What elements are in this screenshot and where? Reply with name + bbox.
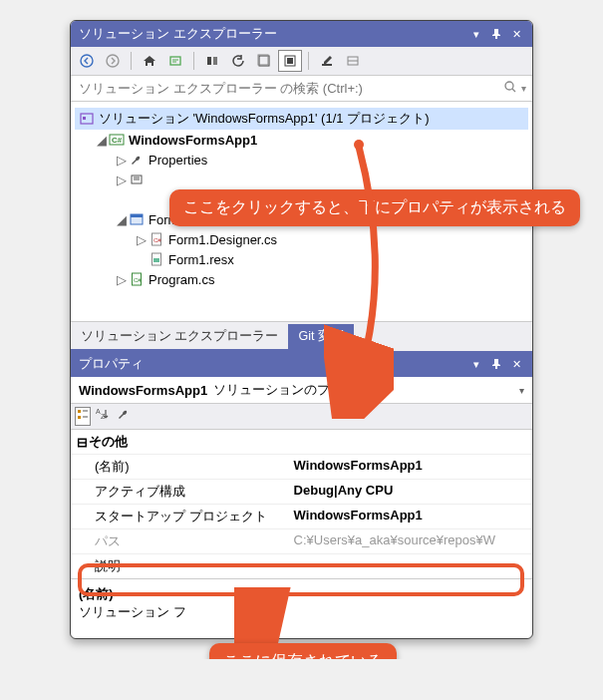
svg-rect-26 [153, 258, 159, 262]
svg-rect-2 [170, 57, 180, 65]
csfile-icon: C# [149, 231, 164, 247]
tree-label: Form1.resx [168, 252, 234, 267]
explorer-toolbar [71, 47, 532, 76]
search-dropdown-icon[interactable]: ▾ [521, 83, 526, 94]
prop-key: 説明 [71, 554, 288, 578]
preview-icon[interactable] [341, 50, 365, 72]
explorer-search-bar[interactable]: ▾ [71, 76, 532, 102]
svg-text:C#: C# [112, 136, 123, 145]
csproject-icon: C# [109, 132, 125, 148]
pin-icon[interactable] [488, 26, 504, 42]
prop-row-active-config[interactable]: アクティブ構成 Debug|Any CPU [71, 479, 532, 504]
properties-description-pane: (名前) ソリューション フ [71, 578, 532, 638]
svg-point-1 [107, 55, 119, 67]
solution-node[interactable]: ソリューション 'WindowsFormsApp1' (1/1 プロジェクト) [75, 108, 528, 130]
collapse-icon[interactable] [252, 50, 276, 72]
search-icon[interactable] [503, 80, 517, 97]
expand-icon[interactable]: ◢ [115, 212, 129, 227]
svg-text:C#: C# [153, 237, 161, 243]
tree-label: Program.cs [149, 272, 214, 287]
expand-icon[interactable]: ▷ [115, 153, 129, 168]
expand-icon[interactable]: ▷ [115, 272, 129, 287]
prop-category-label: その他 [89, 433, 128, 451]
callout-top: ここをクリックすると、下にプロパティが表示される [169, 189, 580, 226]
expand-icon[interactable]: ◢ [95, 133, 109, 148]
prop-desc-text: ソリューション フ [79, 604, 186, 619]
forward-icon[interactable] [101, 50, 125, 72]
prop-desc-title: (名前) [79, 586, 114, 601]
prop-row-description[interactable]: 説明 [71, 553, 532, 578]
prop-row-path[interactable]: パス C:¥Users¥a_aka¥source¥repos¥W [71, 528, 532, 553]
close-icon[interactable]: ✕ [508, 356, 524, 372]
properties-title: プロパティ [79, 355, 144, 373]
scope-icon[interactable] [163, 50, 187, 72]
solution-label: ソリューション 'WindowsFormsApp1' (1/1 プロジェクト) [99, 110, 429, 128]
collapse-icon[interactable]: ⊟ [75, 435, 89, 450]
prop-value[interactable]: Debug|Any CPU [288, 480, 532, 504]
solution-explorer-title: ソリューション エクスプローラー [79, 25, 277, 43]
show-all-icon[interactable] [278, 50, 302, 72]
prop-category[interactable]: ⊟ その他 [71, 430, 532, 454]
home-icon[interactable] [138, 50, 161, 72]
svg-line-13 [512, 89, 515, 92]
properties-icon[interactable] [315, 50, 339, 72]
wrench-icon[interactable] [117, 407, 131, 426]
chevron-down-icon[interactable]: ▾ [519, 385, 524, 396]
panel-menu-icon[interactable]: ▾ [468, 356, 484, 372]
svg-rect-3 [207, 57, 211, 65]
search-input[interactable] [77, 80, 503, 97]
tree-label: Properties [149, 153, 207, 168]
refresh-icon[interactable] [226, 50, 250, 72]
prop-value[interactable]: C:¥Users¥a_aka¥source¥repos¥W [288, 529, 532, 553]
back-icon[interactable] [75, 50, 99, 72]
svg-rect-4 [213, 57, 217, 65]
tree-form1-resx[interactable]: Form1.resx [75, 249, 528, 269]
solution-explorer-title-bar: ソリューション エクスプローラー ▾ ✕ [71, 21, 532, 47]
properties-title-bar: プロパティ ▾ ✕ [71, 351, 532, 377]
prop-key: スタートアップ プロジェクト [71, 505, 288, 528]
prop-value[interactable]: WindowsFormsApp1 [288, 505, 532, 528]
properties-toolbar: AZ [71, 404, 532, 430]
svg-rect-8 [287, 58, 293, 64]
prop-value[interactable]: WindowsFormsApp1 [288, 455, 532, 479]
properties-grid: ⊟ その他 (名前) WindowsFormsApp1 アクティブ構成 Debu… [71, 430, 532, 578]
prop-row-startup[interactable]: スタートアップ プロジェクト WindowsFormsApp1 [71, 504, 532, 528]
tab-git-changes[interactable]: Git 変更 [288, 324, 353, 351]
tree-program[interactable]: ▷ C# Program.cs [75, 269, 528, 289]
pin-icon[interactable] [488, 356, 504, 372]
references-icon [129, 172, 145, 187]
alphabetical-icon[interactable]: AZ [95, 407, 109, 426]
properties-target[interactable]: WindowsFormsApp1 ソリューションのプロパティ ▾ [71, 377, 532, 404]
svg-text:C#: C# [134, 277, 142, 283]
tree-project[interactable]: ◢ C# WindowsFormsApp1 [75, 130, 528, 150]
expand-icon[interactable]: ▷ [115, 173, 129, 187]
tree-form1-designer[interactable]: ▷ C# Form1.Designer.cs [75, 229, 528, 249]
svg-rect-30 [78, 416, 81, 419]
callout-bottom: ここに保存されている [209, 643, 397, 659]
wrench-icon [129, 152, 145, 168]
tab-solution-explorer[interactable]: ソリューション エクスプローラー [71, 324, 288, 351]
svg-point-0 [81, 55, 93, 67]
svg-rect-29 [78, 410, 81, 413]
prop-value[interactable] [288, 554, 532, 578]
properties-target-name: WindowsFormsApp1 [79, 383, 207, 398]
svg-rect-22 [131, 214, 143, 217]
prop-row-name[interactable]: (名前) WindowsFormsApp1 [71, 454, 532, 479]
panel-menu-icon[interactable]: ▾ [468, 26, 484, 42]
prop-key: アクティブ構成 [71, 480, 288, 504]
expand-icon[interactable]: ▷ [135, 232, 149, 247]
sync-icon[interactable] [200, 50, 224, 72]
tree-properties[interactable]: ▷ Properties [75, 150, 528, 170]
prop-key: (名前) [71, 455, 288, 479]
prop-key: パス [71, 529, 288, 553]
tree-label: Form1.Designer.cs [168, 232, 277, 247]
svg-point-12 [505, 82, 513, 90]
form-icon [129, 211, 145, 227]
close-icon[interactable]: ✕ [508, 26, 524, 42]
categorized-icon[interactable] [75, 407, 91, 426]
tree-references[interactable]: ▷ [75, 170, 528, 189]
solution-icon [79, 111, 95, 127]
svg-rect-15 [83, 117, 86, 120]
explorer-tab-bar: ソリューション エクスプローラー Git 変更 [71, 321, 532, 351]
resx-icon [149, 251, 164, 267]
